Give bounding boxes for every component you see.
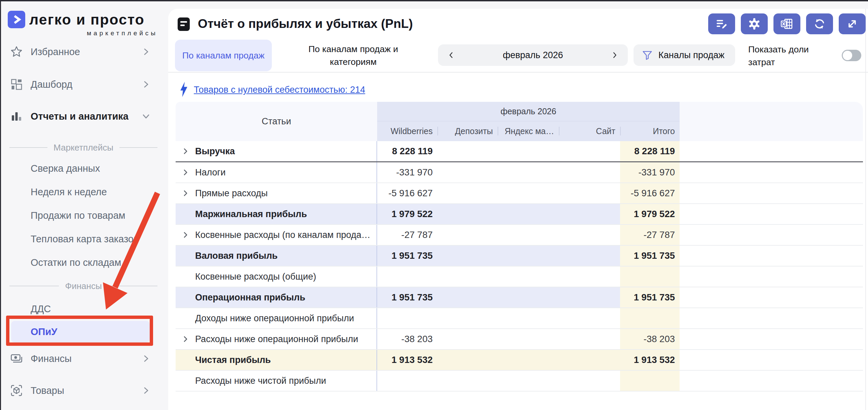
column-header-articles: Статьи: [176, 102, 377, 141]
next-period-button[interactable]: [610, 51, 619, 60]
filter-label: Каналы продаж: [658, 50, 724, 61]
sidebar-item-products[interactable]: Товары: [1, 380, 168, 401]
sidebar-item[interactable]: Продажи по товарам: [1, 205, 168, 226]
sidebar-item-label: Продажи по товарам: [31, 210, 125, 221]
sidebar-item-label: Тепловая карта заказов: [31, 234, 138, 245]
sidebar-item-finances[interactable]: Финансы: [1, 348, 168, 369]
expand-chevron-icon[interactable]: [182, 169, 189, 176]
row-filler: [680, 267, 863, 287]
value-cell: [377, 308, 437, 328]
total-cell: [620, 267, 680, 287]
value-cell: [437, 308, 498, 328]
table-row: Прямые расходы-5 916 627-5 916 627: [176, 183, 863, 204]
row-filler: [680, 204, 863, 224]
value-cell: [559, 329, 620, 349]
value-cell: [498, 350, 559, 370]
sidebar-item[interactable]: Тепловая карта заказов: [1, 228, 168, 250]
sidebar-item[interactable]: Неделя к неделе: [1, 181, 168, 203]
value-cell: [437, 350, 498, 370]
value-cell: [498, 141, 559, 161]
row-label: Расходы ниже операционной прибыли: [195, 334, 358, 344]
row-label-cell: Прямые расходы: [176, 183, 377, 203]
value-cell: [437, 371, 498, 391]
value-cell: -27 787: [377, 225, 437, 245]
controls-divider: [168, 72, 868, 73]
filter-funnel-icon: [642, 49, 653, 61]
sidebar-item[interactable]: Остатки по складам: [1, 252, 168, 273]
value-cell: [559, 371, 620, 391]
expand-chevron-icon[interactable]: [182, 231, 189, 239]
show-cost-shares-label: Показать доли затрат: [748, 43, 820, 69]
section-title: Маркетплейсы: [54, 142, 113, 153]
value-cell: 8 228 119: [377, 141, 437, 161]
dashboard-icon: [10, 78, 23, 91]
refresh-button[interactable]: [806, 13, 833, 34]
row-filler: [680, 308, 863, 328]
value-cell: [498, 162, 559, 182]
sidebar-item[interactable]: Сверка данных: [1, 158, 168, 179]
sidebar-item-favorites[interactable]: Избранное: [1, 41, 168, 63]
money-icon: [10, 352, 23, 365]
app-window: { "sidebar": { "logo": { "title": "легко…: [0, 0, 868, 410]
column-header: Сайт: [559, 121, 620, 141]
value-cell: [498, 204, 559, 224]
value-cell: 1 913 532: [377, 350, 437, 370]
sidebar-item-label: Избранное: [31, 46, 80, 58]
tab-by-sales-channels[interactable]: По каналам продаж: [175, 40, 272, 71]
sales-channels-filter-button[interactable]: Каналы продаж: [633, 44, 735, 66]
row-label-cell: Валовая прибыль: [176, 246, 377, 266]
row-label: Маржинальная прибыль: [195, 209, 307, 219]
row-label: Чистая прибыль: [195, 355, 271, 365]
value-cell: [437, 204, 498, 224]
zero-cost-products-link[interactable]: Товаров с нулевой себестоимостью: 214: [194, 85, 365, 95]
tab-label: По каналам продаж и категориям: [284, 43, 422, 68]
value-cell: -5 916 627: [377, 183, 437, 203]
toggle-knob: [843, 51, 852, 60]
period-value[interactable]: февраль 2026: [503, 50, 563, 61]
row-filler: [680, 350, 863, 370]
row-label: Налоги: [195, 167, 226, 178]
logo-mark-icon[interactable]: [8, 11, 25, 28]
show-cost-shares-toggle[interactable]: [842, 50, 861, 61]
tab-by-channels-and-categories[interactable]: По каналам продаж и категориям: [284, 40, 422, 71]
table-row: Расходы ниже операционной прибыли-38 203…: [176, 329, 863, 350]
expand-chevron-icon[interactable]: [182, 147, 189, 155]
value-cell: [559, 183, 620, 203]
value-cell: [559, 204, 620, 224]
row-label: Прямые расходы: [195, 188, 268, 199]
table-row: Валовая прибыль1 951 7351 951 735: [176, 246, 863, 267]
fullscreen-button[interactable]: [839, 13, 866, 34]
chevron-down-icon: [141, 111, 151, 121]
edit-button[interactable]: [708, 13, 735, 34]
row-label-cell: Косвенные расходы (общие): [176, 267, 377, 287]
value-cell: [437, 287, 498, 308]
column-header: Итого: [620, 121, 680, 141]
column-header: Депозиты: [437, 121, 498, 141]
total-cell: -331 970: [620, 162, 680, 182]
total-cell: -5 916 627: [620, 183, 680, 203]
value-cell: [498, 183, 559, 203]
sidebar: легко и просто маркетплейсы Избранное Да…: [1, 1, 168, 410]
value-cell: [437, 267, 498, 287]
sidebar-item-opiu-active[interactable]: ОПиУ: [11, 321, 150, 342]
expand-chevron-icon[interactable]: [182, 335, 189, 343]
sidebar-section-marketplaces: Маркетплейсы: [1, 142, 168, 152]
expand-chevron-icon[interactable]: [182, 190, 189, 197]
value-cell: [559, 162, 620, 182]
table-row: Налоги-331 970-331 970: [176, 162, 863, 183]
column-header: Яндекс ма…: [498, 121, 559, 141]
table-row: Маржинальная прибыль1 979 5221 979 522: [176, 204, 863, 225]
sidebar-item-reports-analytics[interactable]: Отчеты и аналитика: [1, 105, 168, 127]
value-cell: [559, 225, 620, 245]
row-label-cell: Операционная прибыль: [176, 287, 377, 308]
sidebar-item-dds[interactable]: ДДС: [1, 298, 168, 319]
settings-button[interactable]: [741, 13, 768, 34]
export-excel-button[interactable]: [773, 13, 800, 34]
fullscreen-icon: [846, 18, 859, 30]
row-filler: [680, 371, 863, 391]
prev-period-button[interactable]: [447, 51, 456, 60]
table-row: Чистая прибыль1 913 5321 913 532: [176, 350, 863, 371]
sidebar-item-dashboard[interactable]: Дашборд: [1, 74, 168, 95]
channel-column-headers: WildberriesДепозитыЯндекс ма…СайтИтого: [377, 121, 680, 141]
value-cell: 1 979 522: [377, 204, 437, 224]
